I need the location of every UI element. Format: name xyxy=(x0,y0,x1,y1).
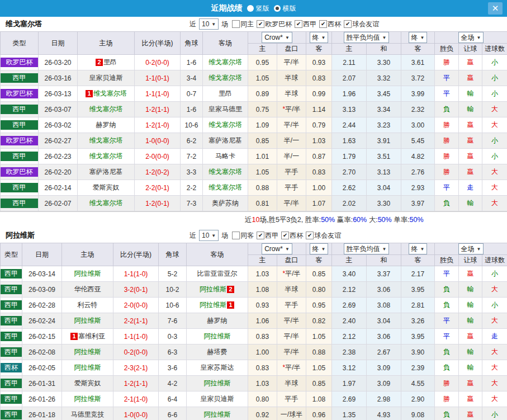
mean-home-odds: 2.62 xyxy=(332,180,367,196)
home-team: 华伦西亚 xyxy=(62,282,113,298)
goals-result: 大 xyxy=(482,164,507,180)
vertical-mode-radio[interactable]: 竖版 xyxy=(247,4,269,13)
score: 1-2(1-1) xyxy=(113,376,159,391)
handicap-line: 平手 xyxy=(277,391,306,407)
away-team: 里昂 xyxy=(203,86,248,102)
competition-filter[interactable]: ✔西甲 xyxy=(257,231,278,240)
match-row: 西甲26-02-24阿拉维斯2-2(1-1)7-6赫罗纳1.06平/半0.822… xyxy=(1,313,507,329)
away-team: 阿拉维斯2 xyxy=(187,282,248,298)
match-row: 西甲26-03-09华伦西亚3-2(0-1)10-2阿拉维斯21.08半球0.8… xyxy=(1,282,507,298)
section-celta-vigo: 维戈塞尔塔 近10▼场同主✔欧罗巴杯✔西甲✔西杯✔球会友谊 类型日期主场比分(半… xyxy=(0,17,507,228)
odds-home: 0.85 xyxy=(248,133,277,149)
summary-segment: 50% xyxy=(321,216,335,224)
competition-badge: 西甲 xyxy=(1,394,22,404)
handicap-line: 平/半 xyxy=(277,196,306,211)
mean-odds-select[interactable]: 胜平负均值▼ xyxy=(344,243,390,254)
handicap-result: 贏 xyxy=(459,70,482,86)
horizontal-mode-radio[interactable]: 横版 xyxy=(274,4,296,13)
home-team: 维戈塞尔塔 xyxy=(78,149,135,164)
final-mean-select[interactable]: 终▼ xyxy=(409,243,428,254)
column-subheader: 盘口 xyxy=(277,255,306,266)
odds-away: 0.79 xyxy=(306,117,332,133)
recent-count-select[interactable]: 10▼ xyxy=(199,18,219,30)
column-subheader: 主 xyxy=(332,255,367,266)
corner-score: 10-2 xyxy=(159,282,187,298)
home-team: 维戈塞尔塔 xyxy=(78,196,135,211)
mean-home-odds: 2.69 xyxy=(332,298,367,313)
same-venue-filter[interactable]: 同客 xyxy=(232,231,254,240)
close-button[interactable]: ✕ xyxy=(488,2,503,15)
handicap-line: *平/半 xyxy=(277,360,306,376)
recent-results-panel: 近期战绩 竖版 横版 ✕ 维戈塞尔塔 近10▼场同主✔欧罗巴杯✔西甲✔西杯✔球会… xyxy=(0,0,507,420)
home-team: 1塞维利亚 xyxy=(62,329,113,345)
match-date: 26-03-16 xyxy=(39,70,78,86)
outcome-result: 平 xyxy=(435,313,459,329)
competition-badge: 西甲 xyxy=(1,347,22,357)
match-row: 西甲26-02-23维戈塞尔塔2-0(0-0)7-2马略卡1.01半/一0.87… xyxy=(1,149,507,164)
recent-count-select[interactable]: 10▼ xyxy=(199,230,219,241)
home-team: 利云特 xyxy=(62,298,113,313)
same-venue-filter[interactable]: 同主 xyxy=(232,20,254,29)
odds-home: 0.92 xyxy=(248,407,277,420)
mean-away-odds: 2.32 xyxy=(401,102,435,117)
away-team: 阿拉维斯1 xyxy=(187,298,248,313)
mean-away-odds: 3.95 xyxy=(401,329,435,345)
odds-away: 0.83 xyxy=(306,164,332,180)
full-match-select[interactable]: 全场▼ xyxy=(458,243,484,254)
competition-filter[interactable]: ✔球会友谊 xyxy=(306,231,341,240)
final-odds-select[interactable]: 终▼ xyxy=(310,243,329,254)
mean-draw-odds: 3.09 xyxy=(367,360,401,376)
mean-draw-odds: 3.08 xyxy=(367,298,401,313)
competition-filter[interactable]: ✔西甲 xyxy=(295,20,316,29)
competition-badge: 西甲 xyxy=(1,73,38,83)
odds-away: 1.05 xyxy=(306,329,332,345)
competition-filter[interactable]: ✔西杯 xyxy=(319,20,341,29)
match-row: 欧罗巴杯26-03-202里昂0-2(0-0)1-6维戈塞尔塔0.95平/半0.… xyxy=(1,55,507,70)
competition-filter[interactable]: ✔球会友谊 xyxy=(344,20,379,29)
mean-draw-odds: 3.30 xyxy=(367,55,401,70)
odds-home: 1.09 xyxy=(248,117,277,133)
mean-draw-odds: 3.04 xyxy=(367,313,401,329)
score: 0-2(0-0) xyxy=(135,55,181,70)
outcome-result: 勝 xyxy=(435,376,459,391)
final-mean-select[interactable]: 终▼ xyxy=(409,32,428,43)
away-team: 阿拉维斯 xyxy=(187,376,248,391)
score: 1-1(1-0) xyxy=(113,329,159,345)
match-date: 26-03-09 xyxy=(22,282,62,298)
odds-away: 0.83 xyxy=(306,70,332,86)
odds-company-select[interactable]: Crow*▼ xyxy=(262,32,292,43)
mean-draw-odds: 2.67 xyxy=(367,345,401,360)
competition-filter[interactable]: ✔欧罗巴杯 xyxy=(257,20,292,29)
summary-segment: 单率: xyxy=(392,216,410,224)
odds-away: 0.99 xyxy=(306,86,332,102)
odds-home: 0.83 xyxy=(248,360,277,376)
red-card-badge: 2 xyxy=(227,286,234,293)
outcome-result: 負 xyxy=(435,298,459,313)
full-match-select[interactable]: 全场▼ xyxy=(458,32,484,43)
match-date: 26-01-31 xyxy=(22,376,62,391)
mean-odds-select[interactable]: 胜平负均值▼ xyxy=(344,32,390,43)
column-header: 客场 xyxy=(203,32,248,55)
mean-draw-odds: 4.93 xyxy=(367,407,401,420)
team-name: 阿拉维斯 xyxy=(6,230,35,240)
corner-score: 7-2 xyxy=(181,149,203,164)
column-subheader: 主 xyxy=(248,255,277,266)
score: 2-2(1-1) xyxy=(113,313,159,329)
corner-score: 1-6 xyxy=(181,55,203,70)
match-date: 26-02-05 xyxy=(22,360,62,376)
competition-badge: 西甲 xyxy=(1,300,22,310)
corner-score: 6-2 xyxy=(181,133,203,149)
home-team: 爱斯宾奴 xyxy=(78,180,135,196)
competition-badge: 欧罗巴杯 xyxy=(1,89,38,98)
column-subheader: 客 xyxy=(401,255,435,266)
final-odds-select[interactable]: 终▼ xyxy=(310,32,329,43)
mean-draw-odds: 2.98 xyxy=(367,391,401,407)
home-team: 阿拉维斯 xyxy=(62,360,113,376)
competition-filter[interactable]: ✔西杯 xyxy=(281,231,303,240)
handicap-line: 平/半 xyxy=(277,329,306,345)
summary-segment: 50% xyxy=(410,216,424,224)
mean-draw-odds: 3.34 xyxy=(367,102,401,117)
odds-company-select[interactable]: Crow*▼ xyxy=(262,243,292,254)
mean-away-odds: 2.90 xyxy=(401,391,435,407)
away-team: 皇家苏斯达 xyxy=(187,360,248,376)
